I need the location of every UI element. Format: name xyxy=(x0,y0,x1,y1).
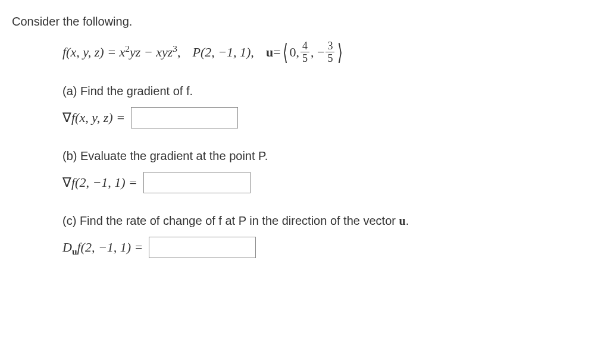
frac-den: 5 xyxy=(300,52,309,64)
nabla-icon: ∇ xyxy=(62,175,71,190)
func-x: x xyxy=(120,45,126,59)
part-a: (a) Find the gradient of f. ∇f(x, y, z) … xyxy=(62,84,589,128)
answer-input-c[interactable] xyxy=(149,237,256,258)
part-b-label: (b) Evaluate the gradient at the point P… xyxy=(62,149,589,163)
answer-input-b[interactable] xyxy=(143,172,251,193)
part-c-end: . xyxy=(406,214,409,227)
part-b-text: (b) Evaluate the gradient at the point P… xyxy=(62,149,268,162)
part-c-u: u xyxy=(399,214,406,227)
gradient-expression-a: ∇f(x, y, z) = xyxy=(62,110,125,125)
frac-num: 4 xyxy=(300,40,309,52)
func-comma: , xyxy=(177,45,181,59)
u-comma-neg: , − xyxy=(311,45,324,60)
part-c: (c) Find the rate of change of f at P in… xyxy=(62,214,589,258)
func-mid: yz − xyz xyxy=(130,45,173,59)
directional-derivative-expression: Duf(2, −1, 1) = xyxy=(62,240,143,255)
answer-input-a[interactable] xyxy=(131,107,238,128)
problem-given: f(x, y, z) = x2yz − xyz3, P(2, −1, 1), u… xyxy=(62,40,589,64)
intro-text: Consider the following. xyxy=(12,15,589,29)
u-label: u xyxy=(266,45,273,60)
part-c-answer-line: Duf(2, −1, 1) = xyxy=(62,237,589,258)
func-exp1: 2 xyxy=(125,43,130,53)
part-c-text: (c) Find the rate of change of f at P in… xyxy=(62,214,399,227)
expr-b-mid: f(2, −1, 1) = xyxy=(71,175,137,190)
frac-den: 5 xyxy=(325,52,334,64)
nabla-icon: ∇ xyxy=(62,110,71,125)
expr-a-mid: f(x, y, z) = xyxy=(71,110,125,125)
func-lhs: f(x, y, z) = xyxy=(62,45,120,59)
expr-c-D: D xyxy=(62,240,72,255)
part-a-text: (a) Find the gradient of f. xyxy=(62,84,193,98)
function-definition: f(x, y, z) = x2yz − xyz3, xyxy=(62,45,180,60)
part-b-answer-line: ∇f(2, −1, 1) = xyxy=(62,172,589,193)
part-a-answer-line: ∇f(x, y, z) = xyxy=(62,107,589,128)
vector-u-definition: u = ⟨ 0, 4 5 , − 3 5 ⟩ xyxy=(266,40,345,64)
gradient-expression-b: ∇f(2, −1, 1) = xyxy=(62,175,137,190)
fraction-4-5: 4 5 xyxy=(300,40,309,64)
fraction-3-5: 3 5 xyxy=(325,40,334,64)
expr-c-mid: f(2, −1, 1) = xyxy=(77,240,143,255)
frac-num: 3 xyxy=(325,40,334,52)
u-equals: = xyxy=(273,45,280,60)
part-b: (b) Evaluate the gradient at the point P… xyxy=(62,149,589,193)
part-c-label: (c) Find the rate of change of f at P in… xyxy=(62,214,589,228)
func-exp2: 3 xyxy=(173,43,177,53)
u-comp-0: 0, xyxy=(290,45,300,60)
point-definition: P(2, −1, 1), xyxy=(192,45,253,60)
part-a-label: (a) Find the gradient of f. xyxy=(62,84,589,98)
